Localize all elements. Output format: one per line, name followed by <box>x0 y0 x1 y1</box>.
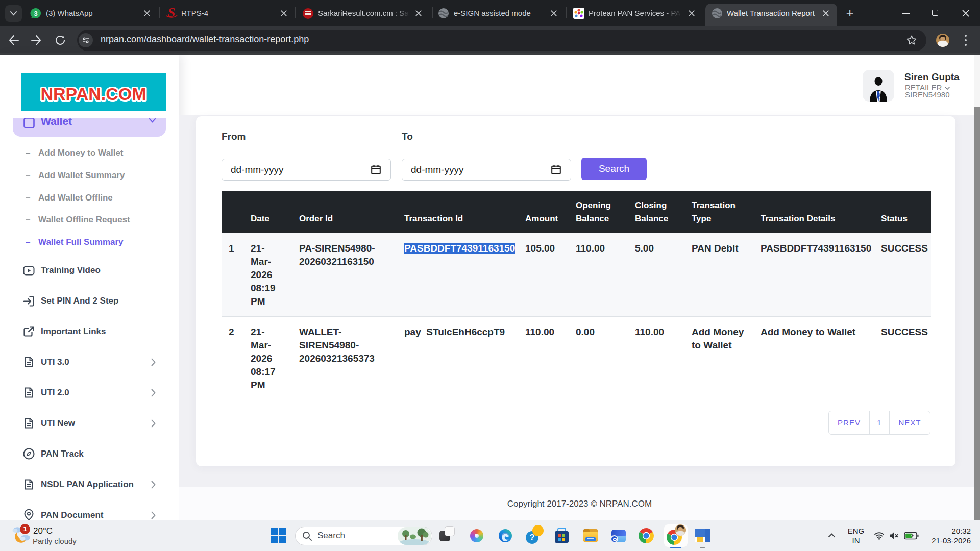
svg-text:S: S <box>168 6 175 20</box>
svg-text:3: 3 <box>34 10 37 17</box>
svg-text:NRPAN.COM: NRPAN.COM <box>40 84 146 104</box>
